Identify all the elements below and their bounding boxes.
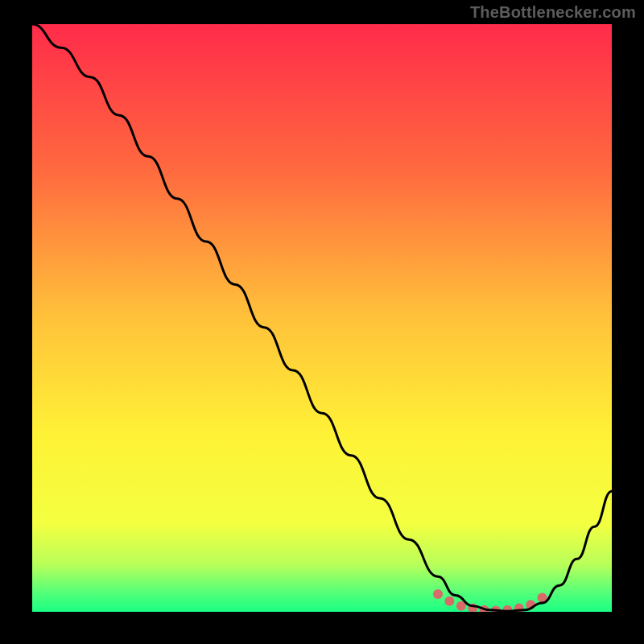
plot-area (32, 24, 612, 612)
chart-background (32, 24, 612, 612)
data-marker (444, 597, 454, 606)
chart-svg (32, 24, 612, 612)
chart-frame: TheBottlenecker.com (0, 0, 644, 644)
watermark-label: TheBottlenecker.com (470, 3, 636, 22)
data-marker (433, 589, 443, 599)
